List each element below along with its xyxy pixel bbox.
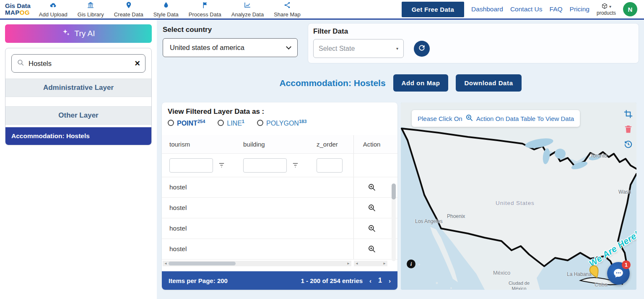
zoom-to-feature-button[interactable] <box>368 204 376 212</box>
chevron-down-icon: ▾ <box>609 5 611 9</box>
refresh-button[interactable] <box>414 41 430 57</box>
line-chart-icon <box>244 1 251 10</box>
sidebar-item-accommodation-hostels[interactable]: Accommodation: Hostels <box>5 127 151 145</box>
refresh-icon <box>418 44 426 53</box>
crop-icon <box>623 109 633 119</box>
logo-og: OG <box>20 9 30 16</box>
map-notice: Please Click On Action On Data Table To … <box>412 110 580 127</box>
radio-point-label: POINT254 <box>177 119 205 127</box>
column-header-z-order[interactable]: z_order <box>309 141 353 148</box>
radio-line[interactable]: LINE1 <box>218 119 244 127</box>
scroll-left-icon[interactable]: ◄ <box>354 262 360 265</box>
history-icon <box>623 139 633 149</box>
nav-item-process-data[interactable]: Process Data <box>189 1 221 18</box>
country-select[interactable]: United states of america <box>163 38 298 57</box>
add-on-map-button[interactable]: Add on Map <box>393 74 449 92</box>
nav-item-gis-library[interactable]: Gis Library <box>78 1 104 18</box>
basemap-graphic <box>401 102 636 290</box>
state-row: Select State ▾ <box>313 39 634 58</box>
magnifier-icon <box>465 114 473 123</box>
zoom-to-feature-button[interactable] <box>368 183 376 191</box>
try-ai-label: Try AI <box>75 29 95 38</box>
nav-item-style-data[interactable]: Style Data <box>153 1 179 18</box>
filter-input-tourism[interactable] <box>169 158 213 173</box>
nav-link-pricing[interactable]: Pricing <box>570 5 589 13</box>
horizontal-scrollbar[interactable]: ◄ ► <box>163 261 351 266</box>
nav-link-faq[interactable]: FAQ <box>550 5 563 13</box>
cloud-upload-icon <box>49 1 57 10</box>
entries-range-label: 1 - 200 of 254 entries <box>301 277 363 284</box>
column-header-tourism[interactable]: tourism <box>162 141 236 148</box>
radio-circle-icon <box>168 120 174 126</box>
user-avatar[interactable]: N <box>623 2 637 16</box>
column-header-building[interactable]: building <box>236 141 309 148</box>
sparkles-icon <box>62 29 70 39</box>
page-number[interactable]: 1 <box>378 277 382 284</box>
history-button[interactable] <box>623 139 633 149</box>
scroll-right-icon[interactable]: ► <box>382 262 387 265</box>
nav-menu: Add Upload Gis Library Create Data Style… <box>39 1 301 18</box>
scroll-right-icon[interactable]: ► <box>345 262 351 265</box>
get-free-data-button[interactable]: Get Free Data <box>402 2 464 17</box>
products-menu[interactable]: ▾ products <box>597 3 616 16</box>
map-view[interactable]: Toronto Wash United States Phoenix Los A… <box>401 102 636 290</box>
nav-item-share-map[interactable]: Share Map <box>274 1 301 18</box>
cube-icon <box>601 3 608 10</box>
filter-input-z-order[interactable] <box>317 158 343 173</box>
table-row[interactable]: hostel <box>162 177 397 198</box>
filter-funnel-icon[interactable] <box>292 162 299 169</box>
nav-item-add-upload[interactable]: Add Upload <box>39 1 68 18</box>
radio-point[interactable]: POINT254 <box>168 119 205 127</box>
try-ai-button[interactable]: Try AI <box>5 24 152 43</box>
page-previous-icon[interactable]: ‹ <box>369 277 371 284</box>
table-row[interactable]: hostel <box>162 198 397 218</box>
vertical-scrollbar[interactable] <box>392 184 396 261</box>
filter-area: Select country United states of america … <box>157 20 644 65</box>
column-header-action: Action <box>353 135 390 153</box>
filter-funnel-icon[interactable] <box>218 162 225 169</box>
table-filter-row <box>162 154 397 177</box>
radio-polygon[interactable]: POLYGON183 <box>257 119 306 127</box>
logo[interactable]: Gis Data MAPOG <box>5 3 31 16</box>
section-administrative-layer[interactable]: Administrative Layer <box>5 79 151 97</box>
clear-search-icon[interactable]: × <box>135 59 140 68</box>
page-next-icon[interactable]: › <box>389 277 391 284</box>
crop-tool-button[interactable] <box>623 109 633 119</box>
filter-data-card: Filter Data Select State ▾ <box>308 23 639 63</box>
state-select[interactable]: Select State ▾ <box>313 39 404 58</box>
search-icon <box>17 59 24 68</box>
layer-title: Accommodation: Hostels <box>279 78 385 88</box>
chat-bubble-icon <box>613 268 624 280</box>
panels: View Filtered Layer Data as : POINT254 L… <box>157 102 644 290</box>
table-row[interactable]: hostel <box>162 239 397 260</box>
nav-item-create-data[interactable]: Create Data <box>114 1 143 18</box>
delete-layer-button[interactable] <box>623 124 633 134</box>
filter-data-label: Filter Data <box>313 27 634 36</box>
data-grid: tourism building z_order Action <box>162 135 397 260</box>
section-other-layer[interactable]: Other Layer <box>5 106 151 125</box>
table-footer: Items per Page: 200 1 - 200 of 254 entri… <box>162 271 397 290</box>
notice-suffix: Action On Data Table To View Data <box>476 115 574 122</box>
map-info-button[interactable]: i <box>407 260 415 268</box>
filter-input-building[interactable] <box>243 158 287 173</box>
scrollbar-thumb[interactable] <box>169 262 236 265</box>
layer-search-input[interactable] <box>29 60 130 68</box>
nav-link-contact-us[interactable]: Contact Us <box>510 5 543 13</box>
location-pin-icon <box>125 1 132 10</box>
nav-item-analyze-data[interactable]: Analyze Data <box>231 1 264 18</box>
table-row[interactable]: hostel <box>162 218 397 239</box>
logo-line2: MAPOG <box>5 9 31 16</box>
horizontal-scrollbar-action-column[interactable]: ◄ ► <box>354 261 387 266</box>
logo-line1: Gis Data <box>5 3 31 9</box>
chat-widget-button[interactable]: 1 <box>607 262 630 285</box>
zoom-to-feature-button[interactable] <box>368 224 376 233</box>
nav-link-dashboard[interactable]: Dashboard <box>471 5 503 13</box>
download-data-button[interactable]: Download Data <box>456 74 521 92</box>
zoom-to-feature-button[interactable] <box>368 245 376 253</box>
cell-tourism: hostel <box>169 204 187 212</box>
radio-circle-icon <box>257 120 263 126</box>
scroll-left-icon[interactable]: ◄ <box>163 262 169 265</box>
table-head: View Filtered Layer Data as : POINT254 L… <box>162 102 397 127</box>
scrollbar-thumb[interactable] <box>392 184 396 199</box>
country-group: Select country United states of america <box>163 26 298 57</box>
